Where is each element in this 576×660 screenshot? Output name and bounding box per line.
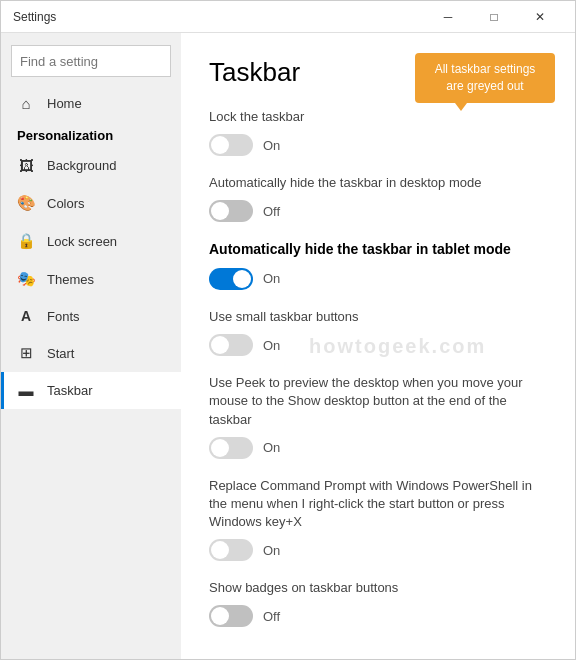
fonts-icon: A xyxy=(17,308,35,324)
peek-knob xyxy=(211,439,229,457)
window-content: 🔍 ⌂ Home Personalization 🖼 Background 🎨 … xyxy=(1,33,575,659)
auto-hide-desktop-toggle[interactable] xyxy=(209,200,253,222)
badges-toggle[interactable] xyxy=(209,605,253,627)
auto-hide-tablet-row: On xyxy=(209,268,551,290)
setting-lock-taskbar: Lock the taskbar On xyxy=(209,108,551,156)
sidebar-item-themes[interactable]: 🎭 Themes xyxy=(1,260,181,298)
powershell-knob xyxy=(211,541,229,559)
titlebar: Settings ─ □ ✕ xyxy=(1,1,575,33)
powershell-label: Replace Command Prompt with Windows Powe… xyxy=(209,477,551,532)
background-icon: 🖼 xyxy=(17,157,35,174)
sidebar-item-colors-label: Colors xyxy=(47,196,85,211)
auto-hide-desktop-row: Off xyxy=(209,200,551,222)
sidebar-item-taskbar-label: Taskbar xyxy=(47,383,93,398)
badges-row: Off xyxy=(209,605,551,627)
home-icon: ⌂ xyxy=(17,95,35,112)
setting-peek: Use Peek to preview the desktop when you… xyxy=(209,374,551,459)
callout-tooltip: All taskbar settings are greyed out xyxy=(415,53,555,103)
auto-hide-tablet-state: On xyxy=(263,271,280,286)
sidebar: 🔍 ⌂ Home Personalization 🖼 Background 🎨 … xyxy=(1,33,181,659)
taskbar-icon: ▬ xyxy=(17,382,35,399)
minimize-button[interactable]: ─ xyxy=(425,1,471,33)
sidebar-item-fonts-label: Fonts xyxy=(47,309,80,324)
auto-hide-desktop-state: Off xyxy=(263,204,280,219)
sidebar-item-colors[interactable]: 🎨 Colors xyxy=(1,184,181,222)
lock-taskbar-knob xyxy=(211,136,229,154)
titlebar-controls: ─ □ ✕ xyxy=(425,1,563,33)
sidebar-item-lock-screen[interactable]: 🔒 Lock screen xyxy=(1,222,181,260)
lock-taskbar-row: On xyxy=(209,134,551,156)
sidebar-item-lock-label: Lock screen xyxy=(47,234,117,249)
callout-text: All taskbar settings are greyed out xyxy=(435,62,536,93)
sidebar-section-label: Personalization xyxy=(1,122,181,147)
themes-icon: 🎭 xyxy=(17,270,35,288)
auto-hide-tablet-knob xyxy=(233,270,251,288)
auto-hide-desktop-label: Automatically hide the taskbar in deskto… xyxy=(209,174,551,192)
setting-auto-hide-tablet: Automatically hide the taskbar in tablet… xyxy=(209,240,551,290)
setting-small-buttons: Use small taskbar buttons On xyxy=(209,308,551,356)
main-content: All taskbar settings are greyed out howt… xyxy=(181,33,575,659)
peek-toggle[interactable] xyxy=(209,437,253,459)
search-box[interactable]: 🔍 xyxy=(11,45,171,77)
auto-hide-tablet-toggle[interactable] xyxy=(209,268,253,290)
start-icon: ⊞ xyxy=(17,344,35,362)
sidebar-item-home-label: Home xyxy=(47,96,82,111)
sidebar-item-background[interactable]: 🖼 Background xyxy=(1,147,181,184)
powershell-state: On xyxy=(263,543,280,558)
powershell-row: On xyxy=(209,539,551,561)
lock-taskbar-state: On xyxy=(263,138,280,153)
small-buttons-state: On xyxy=(263,338,280,353)
small-buttons-toggle[interactable] xyxy=(209,334,253,356)
sidebar-item-start-label: Start xyxy=(47,346,74,361)
badges-label: Show badges on taskbar buttons xyxy=(209,579,551,597)
colors-icon: 🎨 xyxy=(17,194,35,212)
settings-window: Settings ─ □ ✕ 🔍 ⌂ Home Personalization … xyxy=(0,0,576,660)
sidebar-item-home[interactable]: ⌂ Home xyxy=(1,85,181,122)
badges-state: Off xyxy=(263,609,280,624)
sidebar-item-start[interactable]: ⊞ Start xyxy=(1,334,181,372)
sidebar-item-themes-label: Themes xyxy=(47,272,94,287)
peek-label: Use Peek to preview the desktop when you… xyxy=(209,374,551,429)
titlebar-title: Settings xyxy=(13,10,425,24)
lock-taskbar-toggle[interactable] xyxy=(209,134,253,156)
lock-icon: 🔒 xyxy=(17,232,35,250)
auto-hide-tablet-label: Automatically hide the taskbar in tablet… xyxy=(209,240,551,260)
badges-knob xyxy=(211,607,229,625)
search-input[interactable] xyxy=(20,54,188,69)
lock-taskbar-label: Lock the taskbar xyxy=(209,108,551,126)
small-buttons-label: Use small taskbar buttons xyxy=(209,308,551,326)
close-button[interactable]: ✕ xyxy=(517,1,563,33)
powershell-toggle[interactable] xyxy=(209,539,253,561)
maximize-button[interactable]: □ xyxy=(471,1,517,33)
small-buttons-row: On xyxy=(209,334,551,356)
sidebar-item-background-label: Background xyxy=(47,158,116,173)
setting-powershell: Replace Command Prompt with Windows Powe… xyxy=(209,477,551,562)
setting-badges: Show badges on taskbar buttons Off xyxy=(209,579,551,627)
sidebar-item-taskbar[interactable]: ▬ Taskbar xyxy=(1,372,181,409)
peek-state: On xyxy=(263,440,280,455)
setting-auto-hide-desktop: Automatically hide the taskbar in deskto… xyxy=(209,174,551,222)
sidebar-item-fonts[interactable]: A Fonts xyxy=(1,298,181,334)
peek-row: On xyxy=(209,437,551,459)
auto-hide-desktop-knob xyxy=(211,202,229,220)
small-buttons-knob xyxy=(211,336,229,354)
